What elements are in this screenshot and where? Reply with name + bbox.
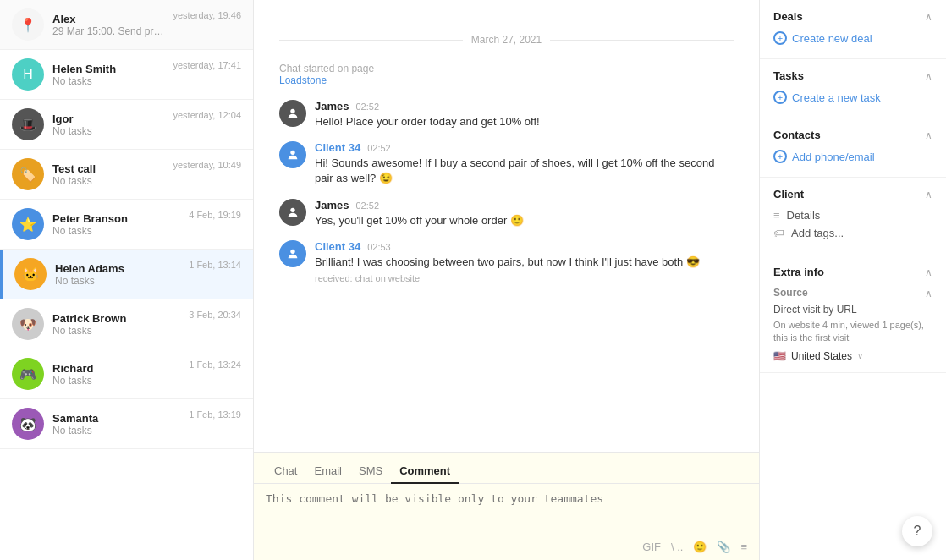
extra-info-title: Extra info: [773, 266, 824, 278]
client-chevron[interactable]: ∧: [925, 189, 932, 200]
flag-icon: 🇺🇸: [773, 350, 786, 362]
chat-area: March 27, 2021 Chat started on page Load…: [254, 0, 759, 452]
contact-info: Helen Adams No tasks: [55, 262, 182, 287]
add-contact-icon: +: [773, 150, 787, 163]
contact-sub: 29 Mar 15:00. Send proposal: [52, 25, 166, 37]
contacts-chevron[interactable]: ∧: [925, 129, 932, 141]
msg-name: James: [315, 100, 349, 113]
tab-chat[interactable]: Chat: [266, 459, 305, 484]
contact-sub: No tasks: [52, 125, 166, 137]
msg-avatar: [279, 240, 306, 267]
contact-time: 1 Feb, 13:19: [189, 409, 241, 420]
contact-time: 4 Feb, 19:19: [189, 210, 241, 220]
contact-name: Samanta: [52, 412, 182, 425]
tasks-chevron[interactable]: ∧: [925, 70, 932, 82]
create-deal-button[interactable]: + Create new deal: [773, 31, 932, 45]
contact-item-test-call[interactable]: 🏷️ Test call No tasks yesterday, 10:49: [0, 150, 253, 200]
contact-time: 1 Feb, 13:24: [189, 360, 241, 370]
tasks-section: Tasks ∧ + Create a new task: [760, 59, 946, 118]
contact-time: 3 Feb, 20:34: [189, 310, 241, 320]
deals-chevron[interactable]: ∧: [925, 11, 932, 23]
message-m3: James 02:52 Yes, you'll get 10% off your…: [279, 199, 734, 228]
create-task-button[interactable]: + Create a new task: [773, 91, 932, 104]
contact-time: 1 Feb, 13:14: [189, 260, 241, 270]
avatar: 🎮: [12, 358, 44, 390]
contacts-sidebar: 📍 Alex 29 Mar 15:00. Send proposal yeste…: [0, 0, 254, 560]
contact-name: Patrick Brown: [52, 312, 182, 325]
date-divider: March 27, 2021: [279, 34, 734, 46]
deals-title: Deals: [773, 10, 803, 23]
contact-time: yesterday, 12:04: [173, 110, 241, 120]
contact-name: Alex: [52, 13, 166, 25]
country-name: United States: [791, 350, 852, 362]
msg-content: James 02:52 Hello! Place your order toda…: [315, 100, 734, 129]
tab-email[interactable]: Email: [305, 459, 350, 484]
contact-info: Patrick Brown No tasks: [52, 312, 182, 337]
extra-info-chevron[interactable]: ∧: [925, 266, 932, 278]
avatar: 🐶: [12, 308, 44, 340]
contact-info: Alex 29 Mar 15:00. Send proposal: [52, 13, 166, 37]
msg-name: Client 34: [315, 141, 360, 154]
toolbar-btn-1[interactable]: \ ..: [671, 541, 683, 553]
msg-time: 02:52: [355, 200, 379, 211]
message-m1: James 02:52 Hello! Place your order toda…: [279, 100, 734, 129]
msg-content: James 02:52 Yes, you'll get 10% off your…: [315, 199, 734, 228]
chat-started-link[interactable]: Loadstone: [279, 74, 734, 86]
contact-item-richard[interactable]: 🎮 Richard No tasks 1 Feb, 13:24: [0, 349, 253, 399]
contact-name: Test call: [52, 162, 166, 175]
contact-item-samanta[interactable]: 🐼 Samanta No tasks 1 Feb, 13:19: [0, 399, 253, 449]
client-tags-row[interactable]: 🏷 Add tags...: [773, 227, 932, 239]
client-section: Client ∧ ≡ Details 🏷 Add tags...: [760, 178, 946, 255]
msg-text: Hello! Place your order today and get 10…: [315, 114, 734, 129]
toolbar-btn-4[interactable]: ≡: [740, 541, 747, 553]
contact-sub: No tasks: [52, 75, 166, 87]
country-chevron[interactable]: ∨: [857, 351, 863, 360]
toolbar-btn-3[interactable]: 📎: [717, 541, 730, 553]
svg-point-3: [290, 249, 294, 253]
contact-item-peter-branson[interactable]: ⭐ Peter Branson No tasks 4 Feb, 19:19: [0, 200, 253, 250]
contact-sub: No tasks: [52, 225, 182, 237]
source-detail: On website 4 min, viewed 1 page(s), this…: [773, 319, 932, 345]
message-m4: Client 34 02:53 Brilliant! I was choosin…: [279, 240, 734, 283]
msg-text: Hi! Sounds awesome! If I buy a second pa…: [315, 156, 734, 186]
contact-time: yesterday, 17:41: [173, 60, 241, 70]
msg-name: Client 34: [315, 240, 360, 253]
msg-time: 02:53: [367, 242, 391, 252]
contact-name: Helen Adams: [55, 262, 182, 275]
message-m2: Client 34 02:52 Hi! Sounds awesome! If I…: [279, 141, 734, 186]
contact-info: Peter Branson No tasks: [52, 212, 182, 237]
comment-input[interactable]: [254, 484, 759, 535]
details-icon: ≡: [773, 209, 780, 222]
toolbar-btn-0[interactable]: GIF: [642, 541, 661, 553]
avatar: 📍: [12, 8, 44, 41]
contact-info: Helen Smith No tasks: [52, 63, 166, 87]
chat-started: Chat started on page Loadstone: [279, 63, 734, 86]
msg-received: received: chat on website: [315, 273, 734, 283]
messages-container: James 02:52 Hello! Place your order toda…: [279, 100, 734, 283]
contact-item-helen-smith[interactable]: H Helen Smith No tasks yesterday, 17:41: [0, 50, 253, 100]
toolbar-btn-2[interactable]: 🙂: [693, 541, 707, 553]
svg-point-1: [290, 151, 294, 155]
country-row: 🇺🇸 United States ∨: [773, 350, 932, 362]
contact-sub: No tasks: [52, 175, 166, 187]
deals-section: Deals ∧ + Create new deal: [760, 0, 946, 59]
msg-avatar: [279, 100, 306, 127]
contact-item-alex[interactable]: 📍 Alex 29 Mar 15:00. Send proposal yeste…: [0, 0, 253, 50]
msg-text: Brilliant! I was choosing between two pa…: [315, 255, 734, 270]
contact-sub: No tasks: [52, 325, 182, 337]
contact-item-igor[interactable]: 🎩 Igor No tasks yesterday, 12:04: [0, 100, 253, 150]
client-details-row[interactable]: ≡ Details: [773, 209, 932, 222]
avatar: 🎩: [12, 108, 44, 140]
msg-content: Client 34 02:52 Hi! Sounds awesome! If I…: [315, 141, 734, 186]
input-area: ChatEmailSMSComment GIF\ ..🙂📎≡: [254, 452, 759, 560]
help-button[interactable]: ?: [902, 516, 932, 546]
source-label: Source: [773, 287, 808, 299]
contact-item-patrick-brown[interactable]: 🐶 Patrick Brown No tasks 3 Feb, 20:34: [0, 299, 253, 349]
add-contact-button[interactable]: + Add phone/email: [773, 150, 932, 163]
tab-comment[interactable]: Comment: [391, 459, 459, 484]
tab-sms[interactable]: SMS: [350, 459, 391, 484]
msg-time: 02:52: [355, 102, 379, 112]
avatar: 🐱: [14, 258, 47, 290]
source-chevron[interactable]: ∧: [925, 288, 932, 299]
contact-item-helen-adams[interactable]: 🐱 Helen Adams No tasks 1 Feb, 13:14: [0, 250, 253, 299]
